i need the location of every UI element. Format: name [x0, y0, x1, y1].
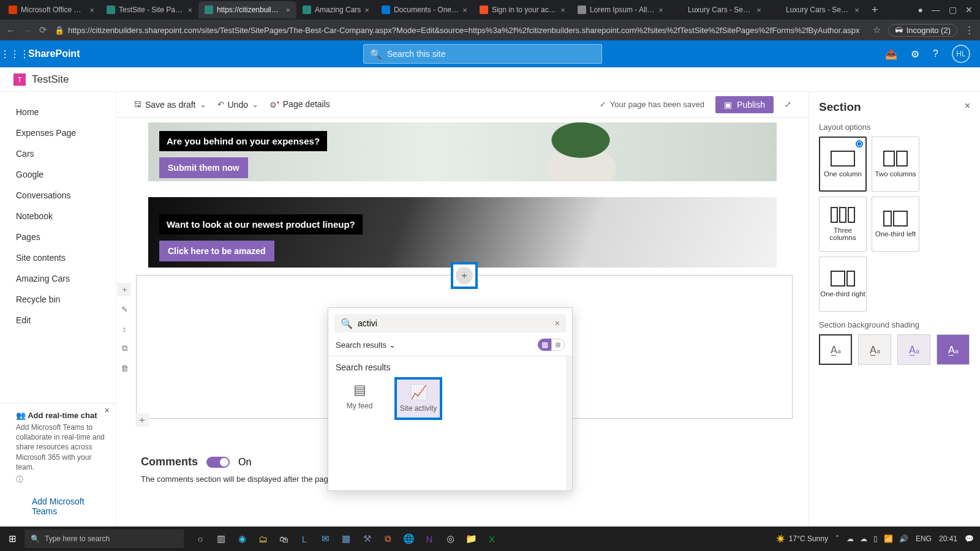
close-icon[interactable]: ×: [462, 6, 467, 15]
browser-tab[interactable]: Luxury Cars - Sedans,×: [669, 1, 767, 18]
browser-tab[interactable]: Documents - OneDri×: [375, 1, 473, 18]
hero-cta-button[interactable]: Click here to be amazed: [159, 241, 274, 261]
share-icon[interactable]: 📤: [885, 48, 897, 60]
shade-neutral[interactable]: A̲ₐ: [858, 334, 891, 365]
teams-promo-link[interactable]: Add Microsoft Teams: [16, 491, 106, 522]
browser-tab[interactable]: Amazing Cars×: [296, 1, 375, 18]
wifi-icon[interactable]: 📶: [884, 534, 893, 543]
help-icon[interactable]: ?: [933, 48, 938, 59]
publish-button[interactable]: ▣Publish: [715, 96, 774, 113]
page-details-button[interactable]: ⚙•Page details: [270, 99, 330, 110]
move-section-icon[interactable]: ↕: [118, 322, 131, 335]
nav-edit[interactable]: Edit: [0, 310, 116, 331]
hero-products[interactable]: Want to look at our newest product lineu…: [148, 197, 777, 268]
taskbar-chrome[interactable]: 🌐: [399, 530, 418, 548]
back-icon[interactable]: ←: [6, 25, 15, 36]
copy-section-icon[interactable]: ⧉: [118, 342, 131, 355]
close-icon[interactable]: ×: [560, 6, 565, 15]
url-field[interactable]: 🔒https://citizenbuilders.sharepoint.com/…: [55, 26, 865, 35]
reload-icon[interactable]: ⟳: [39, 24, 47, 36]
minimize-icon[interactable]: ―: [932, 5, 940, 15]
browser-tab[interactable]: Luxury Cars - Sedans,×: [767, 1, 865, 18]
nav-expenses[interactable]: Expenses Page: [0, 122, 116, 143]
taskbar-onenote[interactable]: N: [420, 530, 439, 548]
scrollbar[interactable]: [566, 356, 572, 490]
close-icon[interactable]: ×: [756, 6, 761, 15]
browser-tab[interactable]: TestSite - Site Pages -×: [100, 1, 198, 18]
nav-notebook[interactable]: Notebook: [0, 206, 116, 227]
nav-cars[interactable]: Cars: [0, 143, 116, 164]
expand-icon[interactable]: ⤢: [785, 100, 791, 109]
close-window-icon[interactable]: ✕: [965, 5, 973, 15]
product-brand[interactable]: SharePoint: [27, 48, 80, 59]
clear-icon[interactable]: ×: [555, 318, 560, 328]
close-icon[interactable]: ×: [187, 6, 192, 15]
edit-section-icon[interactable]: ✎: [118, 302, 131, 316]
layout-one-column[interactable]: One column: [819, 137, 867, 192]
taskbar-excel[interactable]: X: [483, 530, 501, 548]
list-view-icon[interactable]: ≣: [551, 339, 565, 351]
app-launcher-icon[interactable]: ⋮⋮⋮: [0, 48, 27, 60]
taskbar-app[interactable]: ▥: [212, 530, 230, 548]
site-name[interactable]: TestSite: [32, 73, 69, 86]
webpart-tile-my-feed[interactable]: ▤ My feed: [336, 377, 383, 420]
shade-none[interactable]: A̲ₐ: [819, 334, 852, 365]
chevron-down-icon[interactable]: ⌄: [252, 100, 258, 109]
comments-toggle[interactable]: [206, 457, 230, 468]
battery-icon[interactable]: ▯: [873, 534, 878, 543]
user-avatar[interactable]: HL: [952, 45, 970, 63]
taskbar-explorer[interactable]: 🗂: [254, 530, 272, 548]
browser-menu-icon[interactable]: ⋮: [965, 24, 974, 36]
undo-button[interactable]: ↶Undo⌄: [217, 100, 258, 110]
close-icon[interactable]: ×: [364, 6, 369, 15]
browser-tab-active[interactable]: https://citizenbuilders×: [198, 1, 296, 18]
taskbar-mail[interactable]: ✉: [316, 530, 334, 548]
grid-view-icon[interactable]: ▦: [538, 339, 551, 351]
language-indicator[interactable]: ENG: [916, 534, 932, 543]
layout-two-columns[interactable]: Two columns: [872, 137, 919, 192]
site-search[interactable]: 🔍: [363, 44, 602, 64]
nav-pages[interactable]: Pages: [0, 227, 116, 247]
layout-one-third-right[interactable]: One-third right: [819, 257, 867, 312]
nav-amazing-cars[interactable]: Amazing Cars: [0, 268, 116, 289]
shade-strong[interactable]: A̲ₐ: [937, 334, 970, 365]
save-draft-button[interactable]: 🖫Save as draft⌄: [134, 100, 206, 110]
shade-soft[interactable]: A̲ₐ: [897, 334, 930, 365]
task-view-icon[interactable]: ○: [191, 530, 209, 548]
browser-tab[interactable]: Sign in to your accou×: [473, 1, 571, 18]
webpart-filter-dropdown[interactable]: Search results ⌄: [336, 340, 396, 350]
onedrive-icon[interactable]: ☁: [846, 534, 854, 543]
onedrive-icon[interactable]: ☁: [860, 534, 867, 543]
taskbar-edge[interactable]: ◉: [233, 530, 251, 548]
webpart-search-input[interactable]: [358, 318, 550, 328]
maximize-icon[interactable]: ▢: [949, 5, 957, 15]
delete-section-icon[interactable]: 🗑: [118, 361, 131, 375]
weather-widget[interactable]: ☀️17°C Sunny: [776, 534, 828, 543]
incognito-badge[interactable]: 🕶Incognito (2): [888, 24, 957, 37]
volume-icon[interactable]: 🔊: [899, 534, 908, 543]
close-icon[interactable]: ×: [104, 405, 110, 415]
nav-google[interactable]: Google: [0, 164, 116, 185]
taskbar-search[interactable]: 🔍Type here to search: [24, 530, 184, 548]
webpart-search[interactable]: 🔍 ×: [334, 314, 566, 332]
taskbar-obs[interactable]: ◎: [441, 530, 459, 548]
add-webpart-button[interactable]: ＋: [451, 262, 478, 289]
nav-site-contents[interactable]: Site contents: [0, 247, 116, 268]
taskbar-app[interactable]: L: [295, 530, 314, 548]
browser-tab[interactable]: Lorem Ipsum - All the×: [571, 1, 669, 18]
chevron-down-icon[interactable]: ⌄: [200, 100, 206, 109]
hero-expenses[interactable]: Are you behind on your expenses? Submit …: [148, 122, 777, 181]
close-icon[interactable]: ×: [658, 6, 663, 15]
view-toggle[interactable]: ▦ ≣: [538, 339, 565, 351]
taskbar-app[interactable]: 📁: [462, 530, 480, 548]
taskbar-app[interactable]: ▦: [337, 530, 355, 548]
settings-icon[interactable]: ⚙: [911, 48, 919, 60]
close-icon[interactable]: ×: [89, 6, 94, 15]
layout-one-third-left[interactable]: One-third left: [872, 197, 919, 252]
close-icon[interactable]: ×: [285, 6, 290, 15]
taskbar-app[interactable]: ⧉: [379, 530, 397, 548]
clock[interactable]: 20:41: [939, 534, 957, 543]
start-button[interactable]: ⊞: [0, 533, 24, 544]
forward-icon[interactable]: →: [23, 25, 32, 36]
taskbar-store[interactable]: 🛍: [274, 530, 293, 548]
